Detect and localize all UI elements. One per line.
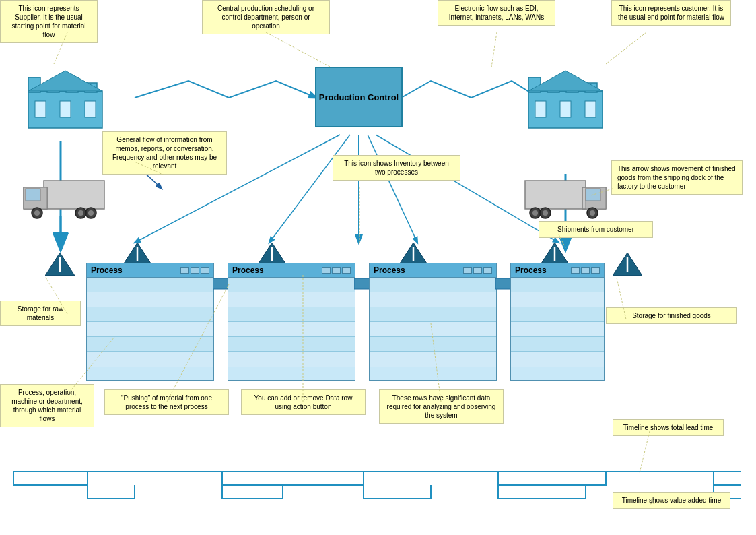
callout-storage-finished: Storage for finished goods <box>606 307 737 324</box>
callout-supplier: This icon represents Supplier. It is the… <box>0 0 98 43</box>
svg-line-2 <box>269 135 350 243</box>
data-boxes-2 <box>322 268 351 274</box>
svg-rect-15 <box>35 101 46 117</box>
process-row-4-2 <box>511 292 604 307</box>
svg-line-77 <box>640 431 650 473</box>
process-row-3-6 <box>370 352 496 367</box>
svg-point-46 <box>590 210 595 216</box>
process-row-4-6 <box>511 352 604 367</box>
callout-pushing: "Pushing" of material from one process t… <box>104 389 229 415</box>
process-row-3-3 <box>370 307 496 322</box>
callout-data-rows: You can add or remove Data row using act… <box>241 389 366 415</box>
process-row-2-4 <box>228 322 355 337</box>
callout-info-flow: General flow of information from memos, … <box>102 131 227 175</box>
process-row-1-5 <box>87 337 213 352</box>
process-row-4-4 <box>511 322 604 337</box>
data-boxes-4 <box>571 268 600 274</box>
svg-rect-17 <box>85 101 96 117</box>
svg-rect-26 <box>585 101 596 117</box>
svg-rect-27 <box>44 181 104 209</box>
svg-line-66 <box>606 32 646 64</box>
factory-customer <box>522 64 609 131</box>
process-header-4: Process <box>511 263 604 278</box>
process-box-2: Process <box>228 263 355 381</box>
svg-line-65 <box>491 32 497 67</box>
process-row-2-2 <box>228 292 355 307</box>
callout-prod-scheduling: Central production scheduling or control… <box>202 0 330 34</box>
triangle-left <box>45 251 75 277</box>
process-row-1-1 <box>87 278 213 292</box>
process-row-2-1 <box>228 278 355 292</box>
svg-rect-30 <box>26 189 40 201</box>
svg-rect-24 <box>535 101 546 117</box>
callout-significant: These rows have significant data require… <box>379 389 504 424</box>
svg-rect-25 <box>560 101 571 117</box>
callout-electronic-flow: Electronic flow such as EDI, Internet, i… <box>438 0 555 26</box>
process-row-2-3 <box>228 307 355 322</box>
process-row-2-6 <box>228 352 355 367</box>
process-row-3-1 <box>370 278 496 292</box>
factory-supplier <box>22 64 109 131</box>
svg-line-64 <box>266 32 330 67</box>
process-row-3-2 <box>370 292 496 307</box>
production-control-box: Production Control <box>315 67 403 127</box>
truck-supplier <box>20 174 108 221</box>
callout-inventory: This icon shows Inventory between two pr… <box>333 155 460 181</box>
callout-timeline-value: Timeline shows value added time <box>613 492 730 509</box>
process-box-3: Process <box>369 263 497 381</box>
process-row-4-3 <box>511 307 604 322</box>
process-header-1: Process <box>87 263 213 278</box>
svg-point-34 <box>88 210 94 216</box>
diagram-container: This icon represents Supplier. It is the… <box>0 0 756 535</box>
data-boxes-1 <box>180 268 209 274</box>
callout-customer: This icon represents customer. It is the… <box>611 0 731 26</box>
process-row-1-3 <box>87 307 213 322</box>
process-row-3-4 <box>370 322 496 337</box>
callout-shipments: Shipments from customer <box>539 221 653 238</box>
process-box-1: Process <box>86 263 214 381</box>
process-row-1-6 <box>87 352 213 367</box>
svg-line-3 <box>368 135 417 243</box>
callout-timeline-total: Timeline shows total lead time <box>613 419 724 436</box>
svg-rect-16 <box>60 101 71 117</box>
svg-point-32 <box>34 210 40 216</box>
process-row-1-2 <box>87 292 213 307</box>
process-header-2: Process <box>228 263 355 278</box>
triangle-right <box>613 251 642 277</box>
process-row-1-4 <box>87 322 213 337</box>
svg-point-42 <box>532 210 538 216</box>
process-row-2-5 <box>228 337 355 352</box>
data-boxes-3 <box>463 268 492 274</box>
process-row-4-1 <box>511 278 604 292</box>
svg-rect-37 <box>525 181 586 209</box>
svg-point-36 <box>78 210 83 216</box>
process-box-4: Process <box>510 263 605 381</box>
svg-point-44 <box>543 210 548 216</box>
callout-storage-raw: Storage for raw materials <box>0 301 81 326</box>
callout-process-desc: Process, operation, machine or departmen… <box>0 384 94 427</box>
callout-movement: This arrow shows movement of finished go… <box>611 160 743 195</box>
process-header-3: Process <box>370 263 496 278</box>
truck-customer <box>522 174 609 221</box>
process-row-4-5 <box>511 337 604 352</box>
svg-rect-40 <box>586 189 600 201</box>
process-row-3-5 <box>370 337 496 352</box>
